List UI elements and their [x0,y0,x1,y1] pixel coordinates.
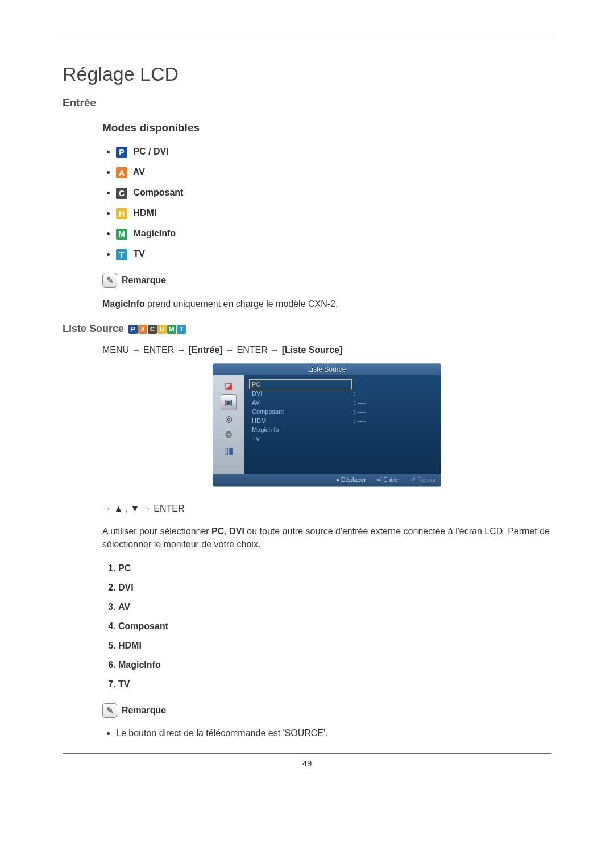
modes-heading: Modes disponibles [102,122,551,134]
mode-label: HDMI [131,208,156,218]
osd-footer: ♦ Déplacer ⏎ Entrer ↺ Retour [213,474,441,486]
osd-source-value: : ---- [351,416,435,425]
note-icon: ✎ [102,273,117,288]
list-item: Le bouton direct de la télécommande est … [116,728,551,738]
mode-label: MagicInfo [131,229,176,238]
osd-side-icon-5: ▯▮ [221,443,236,458]
list-item: DVI [118,583,551,593]
table-row: PC---- [250,380,435,389]
page-number: 49 [63,758,551,768]
note2-bullets: Le bouton direct de la télécommande est … [116,728,551,738]
osd-source-value [351,425,435,434]
mode-badge-icon: T [116,249,127,260]
bottom-rule [63,753,551,754]
mode-label: Composant [131,188,183,197]
table-row: TV [250,434,435,443]
list-item: TV [118,679,551,690]
mode-badge-icon: C [148,325,157,334]
list-item: A AV [116,167,551,178]
liste-source-paragraph: A utiliser pour sélectionner PC, DVI ou … [102,525,551,551]
table-row: HDMI: ---- [250,416,435,425]
osd-foot-move: ♦ Déplacer [336,476,366,484]
mode-badge-icon: M [116,229,127,240]
note-row-1: ✎ Remarque [102,273,551,288]
mode-label: PC / DVI [131,147,169,156]
menu-navigation-path: MENU → ENTER → [Entrée] → ENTER → [Liste… [102,345,551,355]
mode-badge-icon: P [128,325,138,334]
osd-source-value: : ---- [351,389,435,398]
top-rule [63,40,551,40]
mode-badge-icon: P [116,147,127,158]
osd-side-icon-2: ▣ [221,394,237,410]
osd-side-icon-3: ◎ [221,412,236,426]
liste-source-block: MENU → ENTER → [Entrée] → ENTER → [Liste… [102,345,551,738]
list-item: PC [118,563,551,574]
note-icon: ✎ [102,703,117,718]
list-item: M MagicInfo [116,229,551,240]
mode-badge-icon: T [177,325,186,334]
list-item: C Composant [116,188,551,199]
mode-label: TV [131,249,145,259]
mode-badge-icon: H [157,325,167,334]
mode-badge-icon: C [116,188,127,199]
note1-text: MagicInfo prend uniquement en charge le … [102,298,551,310]
osd-sidebar: ◪ ▣ ◎ ❂ ▯▮ [213,375,244,474]
liste-source-heading: Liste Source [63,323,124,335]
osd-source-value: ---- [351,380,435,389]
osd-source-name: DVI [250,389,351,398]
osd-source-name: PC [250,380,351,389]
mode-badge-icon: M [167,325,176,334]
arrow-nav-line: → ▲ , ▼ → ENTER [102,504,551,514]
table-row: DVI: ---- [250,389,435,398]
osd-screenshot: Liste Source ◪ ▣ ◎ ❂ ▯▮ PC----DVI: ----A… [213,363,441,487]
osd-side-icon-4: ❂ [221,427,236,442]
osd-source-name: MagicInfo [250,425,351,434]
osd-source-name: AV [250,398,351,407]
osd-source-name: TV [250,434,351,443]
mode-badge-icon: H [116,208,127,219]
modes-block: P PC / DVIA AVC ComposantH HDMIM MagicIn… [102,147,551,310]
list-item: HDMI [118,641,551,651]
osd-foot-enter: ⏎ Entrer [376,476,400,484]
list-item: Composant [118,621,551,632]
list-item: T TV [116,249,551,260]
note-label: Remarque [122,275,166,285]
modes-list: P PC / DVIA AVC ComposantH HDMIM MagicIn… [116,147,551,260]
table-row: Composant: ---- [250,407,435,416]
mode-badge-icon: A [116,167,127,178]
list-item: MagicInfo [118,660,551,670]
osd-source-table: PC----DVI: ----AV: ----Composant: ----HD… [250,380,435,443]
source-numbered-list: PCDVIAVComposantHDMIMagicInfoTV [102,563,551,690]
list-item: H HDMI [116,208,551,219]
mode-badge-icon: A [138,325,147,334]
osd-source-value: : ---- [351,398,435,407]
note-label: Remarque [122,705,166,716]
table-row: MagicInfo [250,425,435,434]
page-title: Réglage LCD [63,63,551,85]
liste-source-heading-row: Liste Source PACHMT [63,323,551,335]
table-row: AV: ---- [250,398,435,407]
osd-source-name: HDMI [250,416,351,425]
osd-foot-return: ↺ Retour [410,476,436,484]
mode-label: AV [131,167,145,177]
list-item: P PC / DVI [116,147,551,158]
osd-side-icon-1: ◪ [221,379,236,393]
mode-badge-strip: PACHMT [128,325,186,334]
note-row-2: ✎ Remarque [102,703,551,718]
osd-source-name: Composant [250,407,351,416]
osd-source-value: : ---- [351,407,435,416]
list-item: AV [118,602,551,612]
osd-title: Liste Source [213,364,441,375]
section-heading-entry: Entrée [63,97,551,109]
osd-main: PC----DVI: ----AV: ----Composant: ----HD… [244,375,441,474]
document-page: Réglage LCD Entrée Modes disponibles P P… [0,0,614,868]
osd-source-value [351,434,435,443]
